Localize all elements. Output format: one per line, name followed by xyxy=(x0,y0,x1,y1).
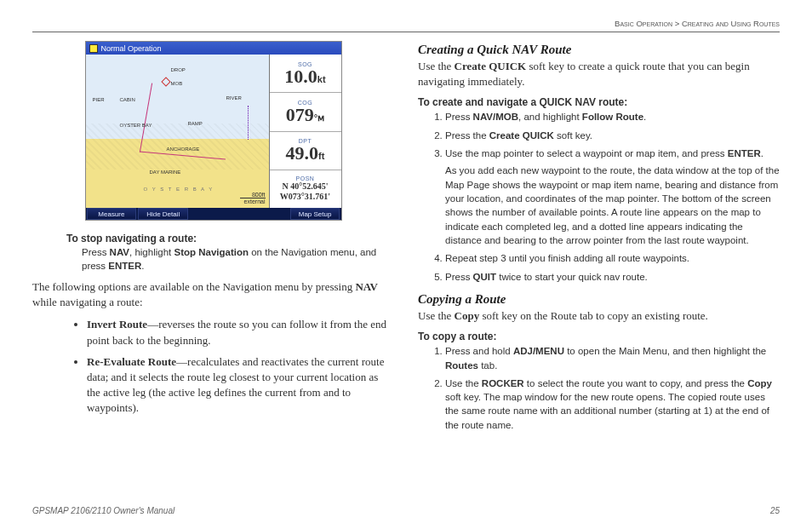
intro-paragraph: The following options are available on t… xyxy=(32,279,394,310)
list-item: Invert Route—reverses the route so you c… xyxy=(87,317,394,348)
content-columns: Normal Operation DROP MOB PIER CABIN OYS… xyxy=(32,41,780,440)
pier-label: PIER xyxy=(93,97,105,102)
anchorage-label: ANCHORAGE xyxy=(167,147,200,152)
left-column: Normal Operation DROP MOB PIER CABIN OYS… xyxy=(32,41,394,440)
device-titlebar: Normal Operation xyxy=(86,42,341,55)
dpt-field: DPT 49.0ft xyxy=(270,132,341,170)
softkey-map-setup[interactable]: Map Setup xyxy=(290,208,340,220)
softkey-measure[interactable]: Measure xyxy=(87,208,137,220)
oyster-label: OYSTER BAY xyxy=(120,123,152,128)
steps-quicknav: Press NAV/MOB, and highlight Follow Rout… xyxy=(418,110,780,284)
data-panel: SOG 10.0kt COG 079°ᴍ DPT 49.0ft POSN xyxy=(270,55,341,208)
option-list: Invert Route—reverses the route so you c… xyxy=(53,317,394,416)
list-item: Use the ROCKER to select the route you w… xyxy=(445,377,780,432)
drop-label: DROP xyxy=(171,67,186,72)
footer: GPSMAP 2106/2110 Owner's Manual 25 xyxy=(32,506,780,515)
mode-label: Normal Operation xyxy=(101,44,162,53)
mob-label: MOB xyxy=(163,78,183,86)
list-item: Repeat step 3 until you finish adding al… xyxy=(445,251,780,265)
manual-title: GPSMAP 2106/2110 Owner's Manual xyxy=(32,506,174,515)
softkey-bar: Measure Hide Detail Map Setup xyxy=(86,208,341,220)
softkey-blank xyxy=(240,208,289,220)
softkey-blank xyxy=(190,208,238,220)
river-label: RIVER xyxy=(226,95,242,101)
running-header: Basic Operation > Creating and Using Rou… xyxy=(32,19,780,32)
procedure-stop-nav: To stop navigating a route: Press NAV, h… xyxy=(66,233,394,273)
device-screenshot: Normal Operation DROP MOB PIER CABIN OYS… xyxy=(85,41,342,221)
ramp-label: RAMP xyxy=(188,121,203,126)
header-subsection: Creating and Using Routes xyxy=(682,19,780,28)
header-section: Basic Operation xyxy=(615,19,672,28)
heading-copy-route: Copying a Route xyxy=(418,292,780,307)
proc-title-quicknav: To create and navigate a QUICK NAV route… xyxy=(418,96,780,108)
steps-copy: Press and hold ADJ/MENU to open the Main… xyxy=(418,344,780,432)
sog-field: SOG 10.0kt xyxy=(270,55,341,93)
status-icon xyxy=(89,44,98,53)
heading-quick-nav: Creating a Quick NAV Route xyxy=(418,43,780,57)
step-subtext: As you add each new waypoint to the rout… xyxy=(445,164,780,247)
scale-label: 800ft external xyxy=(240,192,266,204)
cog-field: COG 079°ᴍ xyxy=(270,93,341,131)
map-area: DROP MOB PIER CABIN OYSTER BAY RAMP RIVE… xyxy=(86,55,270,208)
oysterbay-label: O Y S T E R B A Y xyxy=(144,187,214,192)
copy-route-intro: Use the Copy soft key on the Route tab t… xyxy=(418,308,780,324)
right-column: Creating a Quick NAV Route Use the Creat… xyxy=(418,41,780,440)
proc-title: To stop navigating a route: xyxy=(66,233,394,244)
dotted-line xyxy=(197,106,249,140)
list-item: Press and hold ADJ/MENU to open the Main… xyxy=(445,344,780,372)
cabin-label: CABIN xyxy=(120,97,135,102)
list-item: Press the Create QUICK soft key. xyxy=(445,129,780,142)
quick-nav-intro: Use the Create QUICK soft key to create … xyxy=(418,59,780,89)
device-body: DROP MOB PIER CABIN OYSTER BAY RAMP RIVE… xyxy=(86,55,341,208)
list-item: Use the map pointer to select a waypoint… xyxy=(445,147,780,247)
list-item: Re-Evaluate Route—recalculates and react… xyxy=(87,354,394,417)
softkey-hide-detail[interactable]: Hide Detail xyxy=(138,208,188,220)
list-item: Press QUIT twice to start your quick nav… xyxy=(445,270,780,284)
list-item: Press NAV/MOB, and highlight Follow Rout… xyxy=(445,110,780,124)
posn-field: POSN N 40°52.645' W073°31.761' xyxy=(270,170,341,208)
page: Basic Operation > Creating and Using Rou… xyxy=(0,0,812,529)
proc-title-copy: To copy a route: xyxy=(418,331,780,342)
proc-body: Press NAV, highlight Stop Navigation on … xyxy=(82,246,394,273)
daymarine-label: DAY MARINE xyxy=(150,170,181,175)
page-number: 25 xyxy=(770,506,780,515)
